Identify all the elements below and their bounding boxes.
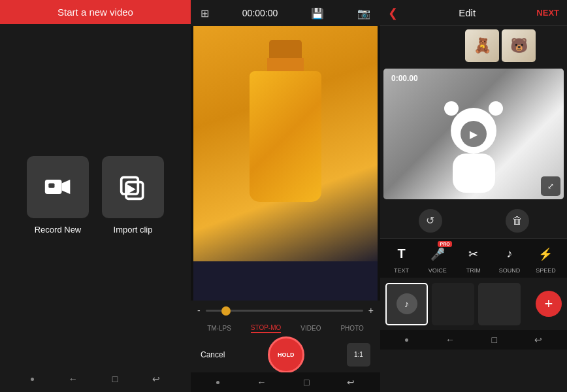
left-bottom-nav: ← □ ↩ [0,366,191,392]
trim-tool-label: TRIM [466,267,481,274]
sound-tool-icon-wrap: ♪ [499,244,520,265]
import-clip-label: Import clip [114,225,153,235]
import-media-icon [119,172,148,201]
char-ear-right [489,101,503,116]
mode-tmlps[interactable]: TM-LPS [207,325,231,332]
right-panel: ❮ Edit NEXT 🧸 🐻 0:00.00 [380,0,567,392]
edit-action-row: ↺ 🗑 [380,203,567,238]
import-clip-button[interactable]: Import clip [102,156,164,235]
right-bottom-nav: ← □ ↩ [380,330,567,350]
bear-thumbnail-1: 🧸 [465,29,499,62]
zoom-minus[interactable]: - [197,305,201,316]
record-hold-button[interactable]: HOLD [268,336,304,373]
middle-top-bar: ⊞ 00:00:00 💾 📷 [191,0,380,26]
back-button[interactable]: ❮ [388,6,398,20]
thumbnail-2[interactable]: 🐻 [502,29,536,62]
right-nav-dot [405,338,408,342]
video-timestamp: 0:00.00 [391,74,418,83]
bottle-cap [269,40,302,58]
mode-stopmo[interactable]: STOP-MO [251,324,281,333]
left-nav-square[interactable]: □ [112,374,118,384]
clip-audio-icon: ♪ [397,293,417,314]
left-header: Start a new video [0,0,191,24]
clip-2[interactable] [432,283,474,325]
video-edit-area[interactable]: 0:00.00 ▶ ⤢ [383,69,564,199]
zoom-plus[interactable]: + [368,305,374,316]
bottle-visual [246,40,325,229]
save-icon[interactable]: 💾 [311,7,324,20]
left-header-title: Start a new video [57,7,133,18]
voice-tool-label: VOICE [429,267,447,274]
svg-marker-5 [127,184,135,194]
next-button[interactable]: NEXT [536,8,559,18]
video-preview-inner [193,26,378,301]
action-buttons: Record New Import clip [27,156,164,235]
play-button-overlay[interactable]: ▶ [461,121,487,147]
flip-camera-icon[interactable]: 📷 [357,7,370,20]
mode-video[interactable]: VIDEO [300,325,321,332]
text-tool[interactable]: T TEXT [391,244,412,274]
record-controls-row: Cancel HOLD 1:1 [191,336,380,372]
mode-selector-row: TM-LPS STOP-MO VIDEO PHOTO [191,320,380,336]
thumbnail-strip: 🧸 🐻 [380,26,567,65]
text-tool-label: TEXT [394,267,409,274]
voice-tool[interactable]: 🎤 PRO VOICE [427,244,448,274]
ratio-label: 1:1 [354,351,363,358]
left-panel: Start a new video Record New [0,0,191,392]
left-nav-forward[interactable]: ↩ [152,374,160,384]
left-nav-dot [31,378,34,381]
sound-tool-label: SOUND [499,267,521,274]
right-header: ❮ Edit NEXT [380,0,567,26]
mode-photo[interactable]: PHOTO [340,325,363,332]
speed-icon: ⚡ [538,247,553,261]
middle-nav-back[interactable]: ← [257,377,266,387]
record-new-button[interactable]: Record New [27,156,89,235]
thumbnail-1[interactable]: 🧸 [465,29,499,62]
undo-button[interactable]: ↺ [419,209,442,233]
table-surface [193,261,378,301]
right-nav-back[interactable]: ← [446,335,455,345]
bottle-neck [267,58,304,71]
middle-panel: ⊞ 00:00:00 💾 📷 - + TM-LPS STOP-MO VIDEO … [191,0,380,392]
char-ear-left [444,101,459,116]
trim-tool[interactable]: ✂ TRIM [463,244,484,274]
trim-tool-icon-wrap: ✂ [463,244,484,265]
add-clip-button[interactable]: + [536,291,562,317]
right-nav-forward[interactable]: ↩ [534,335,542,345]
zoom-slider-row: - + [191,301,380,320]
speed-tool[interactable]: ⚡ SPEED [535,244,556,274]
middle-bottom-nav: ← □ ↩ [191,372,380,392]
record-label: HOLD [278,351,295,358]
expand-button[interactable]: ⤢ [541,176,560,196]
tools-row: T TEXT 🎤 PRO VOICE ✂ TRIM ♪ SOUND ⚡ [380,238,567,278]
clip-1[interactable]: ♪ [385,283,428,325]
mic-icon: 🎤 [430,247,445,261]
speed-tool-label: SPEED [536,267,556,274]
bear-thumbnail-2: 🐻 [502,29,536,62]
video-camera-icon [44,172,73,201]
zoom-slider-track[interactable] [206,310,363,312]
clips-row: ♪ + [380,278,567,330]
audio-note-icon: ♪ [404,299,409,309]
right-nav-square[interactable]: □ [492,335,497,345]
voice-tool-icon-wrap: 🎤 PRO [427,244,448,265]
svg-marker-1 [61,180,70,194]
bottle-body [250,71,321,202]
music-note-icon: ♪ [507,247,513,261]
text-icon: T [397,246,405,261]
clip-3[interactable] [478,283,521,325]
middle-nav-square[interactable]: □ [304,377,309,387]
ratio-button[interactable]: 1:1 [347,343,370,367]
middle-nav-forward[interactable]: ↩ [347,377,355,387]
delete-button[interactable]: 🗑 [506,209,529,233]
record-new-label: Record New [35,225,82,235]
cancel-button[interactable]: Cancel [201,350,225,359]
zoom-slider-thumb[interactable] [221,306,231,316]
left-nav-back[interactable]: ← [69,374,78,384]
char-body [453,154,495,193]
pro-badge: PRO [438,241,451,247]
video-preview [193,26,378,301]
sound-tool[interactable]: ♪ SOUND [499,244,521,274]
text-tool-icon-wrap: T [391,244,412,265]
grid-icon[interactable]: ⊞ [201,7,209,20]
